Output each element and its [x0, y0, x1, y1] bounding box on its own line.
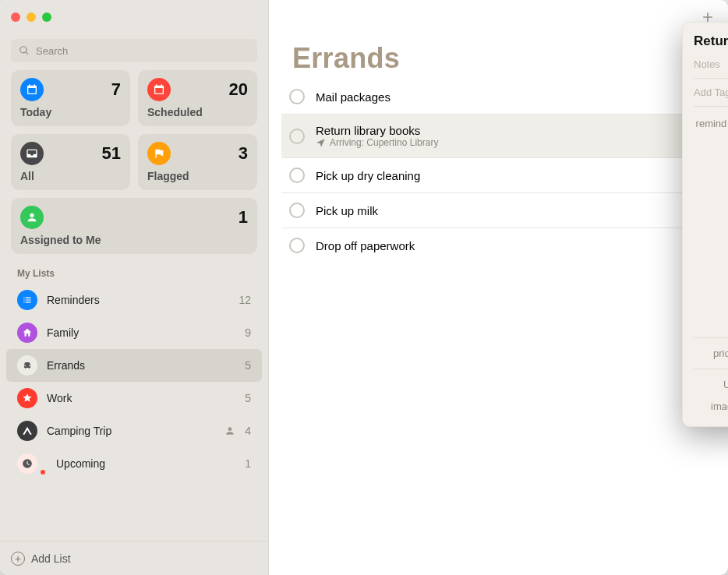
- list-title: Errands: [269, 34, 728, 79]
- star-icon: [17, 388, 37, 408]
- flag-icon: [147, 142, 171, 165]
- list-name: Family: [47, 326, 235, 339]
- reminder-row[interactable]: Drop off paperwork: [281, 228, 716, 263]
- list-name: Errands: [47, 359, 235, 372]
- reminder-subtitle: Arriving: Cupertino Library: [316, 137, 438, 148]
- lists-container: Reminders12Family9Errands5Work5Camping T…: [0, 284, 268, 541]
- reminder-title: Drop off paperwork: [316, 239, 415, 252]
- reminders-window: Search 7 Today 20 Schedule: [0, 0, 728, 575]
- smart-all[interactable]: 51 All: [11, 134, 130, 190]
- sidebar-list-work[interactable]: Work5: [6, 382, 262, 414]
- add-list-button[interactable]: + Add List: [0, 541, 268, 575]
- smart-scheduled[interactable]: 20 Scheduled: [138, 70, 257, 126]
- list-count: 5: [245, 359, 251, 372]
- main-pane: Errands 5 Mail packagesReturn library bo…: [269, 0, 728, 575]
- list-icon: [17, 290, 37, 310]
- close-window-button[interactable]: [11, 12, 20, 22]
- main-toolbar: [269, 0, 728, 34]
- tray-icon: [20, 142, 44, 165]
- reminder-row[interactable]: Pick up milk: [281, 193, 716, 228]
- sidebar: Search 7 Today 20 Schedule: [0, 0, 269, 575]
- search-field[interactable]: Search: [11, 39, 257, 62]
- sidebar-list-camping-trip[interactable]: Camping Trip4: [6, 414, 262, 447]
- reminder-inspector-popover: Return library books Notes Add Tags remi…: [682, 22, 728, 427]
- sidebar-list-upcoming[interactable]: Upcoming1: [6, 447, 262, 480]
- list-name: Upcoming: [56, 457, 235, 470]
- smart-assigned[interactable]: 1 Assigned to Me: [11, 198, 257, 254]
- reminder-title: Return library books: [316, 124, 438, 137]
- window-titlebar: [0, 0, 268, 34]
- location-icon: [316, 137, 327, 148]
- search-placeholder: Search: [36, 45, 68, 57]
- list-count: 12: [239, 294, 251, 306]
- complete-checkbox[interactable]: [289, 203, 305, 218]
- smart-flagged[interactable]: 3 Flagged: [138, 134, 257, 190]
- reminders-list: Mail packagesReturn library booksArrivin…: [269, 79, 728, 263]
- car-icon: [17, 355, 37, 376]
- reminder-title: Pick up dry cleaning: [316, 169, 420, 182]
- tent-icon: [17, 421, 37, 441]
- list-count: 5: [245, 392, 251, 404]
- list-name: Camping Trip: [47, 425, 215, 437]
- traffic-lights: [11, 12, 51, 22]
- reminder-row[interactable]: Return library booksArriving: Cupertino …: [281, 115, 716, 158]
- minimize-window-button[interactable]: [27, 12, 36, 22]
- clock-icon: [17, 453, 37, 474]
- reminder-title: Mail packages: [316, 90, 391, 104]
- calendar-today-icon: [20, 78, 44, 101]
- plus-icon: +: [11, 552, 25, 566]
- shared-icon: [224, 425, 235, 436]
- sidebar-list-reminders[interactable]: Reminders12: [6, 284, 262, 316]
- list-name: Reminders: [47, 294, 229, 306]
- reminder-row[interactable]: Mail packages: [281, 79, 716, 115]
- search-icon: [19, 45, 30, 56]
- notes-field[interactable]: Notes: [683, 55, 728, 73]
- list-count: 1: [245, 457, 251, 470]
- calendar-icon: [147, 78, 171, 101]
- home-icon: [17, 323, 37, 343]
- list-count: 4: [245, 425, 251, 437]
- complete-checkbox[interactable]: [289, 129, 305, 144]
- tags-field[interactable]: Add Tags: [683, 83, 728, 101]
- images-label: images: [694, 400, 728, 412]
- priority-label: priority: [694, 347, 728, 359]
- complete-checkbox[interactable]: [289, 238, 305, 253]
- person-icon: [20, 206, 44, 229]
- smart-today[interactable]: 7 Today: [11, 70, 130, 126]
- sidebar-list-family[interactable]: Family9: [6, 316, 262, 349]
- zoom-window-button[interactable]: [42, 12, 51, 22]
- inspector-title[interactable]: Return library books: [694, 34, 728, 49]
- remind-me-label: remind me: [694, 116, 728, 129]
- complete-checkbox[interactable]: [289, 89, 305, 104]
- list-name: Work: [47, 392, 235, 404]
- smart-lists-grid: 7 Today 20 Scheduled 51: [0, 70, 268, 254]
- sidebar-list-errands[interactable]: Errands5: [6, 349, 262, 382]
- complete-checkbox[interactable]: [289, 168, 305, 183]
- url-label: URL: [694, 379, 728, 390]
- reminder-row[interactable]: Pick up dry cleaning: [281, 158, 716, 193]
- list-count: 9: [245, 326, 251, 339]
- my-lists-header: My Lists: [0, 254, 268, 284]
- add-list-label: Add List: [31, 552, 71, 565]
- reminder-title: Pick up milk: [316, 204, 378, 217]
